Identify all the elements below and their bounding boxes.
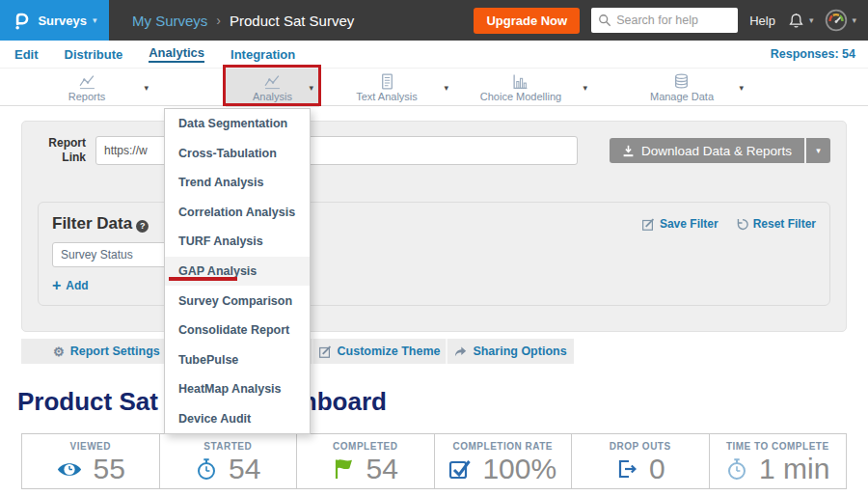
download-split-button: Download Data & Reports ▾	[610, 138, 830, 163]
account-menu[interactable]: ▾	[825, 9, 856, 32]
menu-item-survey-comparison[interactable]: Survey Comparison	[165, 286, 310, 316]
topbar-actions: Upgrade Now Help ▾ ▾	[474, 8, 868, 34]
stat-started: STARTED 54	[160, 434, 298, 488]
breadcrumb-separator: ›	[216, 13, 221, 28]
download-options-button[interactable]: ▾	[806, 138, 830, 163]
breadcrumb-current-survey: Product Sat Survey	[230, 13, 354, 29]
menu-item-gap-analysis[interactable]: GAP Analysis	[165, 257, 310, 287]
share-icon	[454, 345, 467, 358]
stat-completed: COMPLETED 54	[297, 434, 435, 488]
report-link-label: Report Link	[38, 136, 86, 165]
page-title: Product Sat Survey Dashboard	[17, 387, 868, 417]
timer-icon	[725, 457, 748, 481]
download-data-reports-button[interactable]: Download Data & Reports	[610, 138, 804, 163]
chevron-down-icon: ▾	[809, 16, 814, 25]
menu-item-heatmap-analysis[interactable]: HeatMap Analysis	[165, 374, 310, 404]
brand-surveys-menu[interactable]: Surveys ▾	[0, 0, 109, 41]
tab-sharing-options[interactable]: Sharing Options	[448, 339, 574, 364]
help-link[interactable]: Help	[749, 14, 775, 28]
stopwatch-icon	[195, 457, 218, 481]
flag-icon	[333, 457, 356, 481]
tab-customize-theme[interactable]: Customize Theme	[313, 339, 448, 364]
edit-icon	[319, 345, 332, 358]
stat-drop-outs: DROP OUTS 0	[572, 434, 710, 488]
avatar	[825, 9, 848, 32]
menu-item-device-audit[interactable]: Device Audit	[165, 403, 310, 433]
questionpro-logo-icon	[12, 11, 32, 31]
eye-icon	[56, 460, 83, 479]
edit-icon	[642, 218, 655, 231]
survey-nav: Edit Distribute Analytics Integration Re…	[0, 41, 868, 68]
analysis-dropdown-menu: Data Segmentation Cross-Tabulation Trend…	[164, 108, 311, 434]
plus-icon: +	[52, 278, 61, 293]
document-icon	[379, 73, 395, 90]
toolbar-item-manage-data[interactable]: Manage Data ▾	[614, 69, 749, 107]
menu-item-data-segmentation[interactable]: Data Segmentation	[165, 109, 310, 139]
main-content: Report Link Download Data & Reports ▾ Fi…	[0, 106, 868, 489]
top-header: Surveys ▾ My Surveys › Product Sat Surve…	[0, 0, 868, 41]
stat-time-to-complete: TIME TO COMPLETE 1 min	[710, 434, 848, 488]
filter-data-panel: Filter Data ? Save Filter Reset Filter S…	[38, 202, 830, 306]
help-search-input[interactable]	[591, 8, 738, 33]
checkbox-icon	[448, 457, 472, 481]
menu-item-trend-analysis[interactable]: Trend Analysis	[165, 168, 310, 198]
chevron-down-icon: ▾	[93, 16, 97, 25]
menu-item-turf-analysis[interactable]: TURF Analysis	[165, 227, 310, 257]
chevron-down-icon: ▾	[739, 83, 744, 93]
filter-data-title: Filter Data	[52, 214, 132, 234]
nav-analytics[interactable]: Analytics	[149, 45, 204, 63]
stats-bar: VIEWED 55 STARTED 54 COMPLETED 54 COMPLE…	[21, 433, 847, 489]
line-chart-icon	[264, 73, 281, 90]
save-filter-link[interactable]: Save Filter	[642, 217, 719, 231]
menu-item-cross-tabulation[interactable]: Cross-Tabulation	[165, 139, 310, 169]
notifications-button[interactable]: ▾	[787, 12, 814, 30]
reset-filter-link[interactable]: Reset Filter	[736, 217, 816, 231]
bar-chart-icon	[512, 73, 529, 90]
breadcrumb: My Surveys › Product Sat Survey	[132, 13, 354, 29]
analytics-toolbar: Reports ▾ Analysis ▾ Text Analysis ▾ Cho…	[0, 68, 868, 106]
bell-icon	[787, 12, 805, 30]
toolbar-item-choice-modelling[interactable]: Choice Modelling ▾	[448, 69, 593, 107]
stat-viewed: VIEWED 55	[21, 434, 160, 488]
toolbar-item-analysis[interactable]: Analysis ▾	[226, 69, 319, 107]
nav-distribute[interactable]: Distribute	[65, 47, 123, 62]
database-icon	[673, 73, 690, 90]
chevron-down-icon: ▾	[583, 83, 587, 93]
toolbar-item-reports[interactable]: Reports ▾	[19, 69, 154, 107]
nav-edit[interactable]: Edit	[14, 47, 39, 62]
menu-item-consolidate-report[interactable]: Consolidate Report	[165, 316, 310, 345]
brand-product-label: Surveys	[38, 14, 87, 28]
chevron-down-icon: ▾	[309, 83, 313, 93]
help-circle-icon[interactable]: ?	[136, 220, 149, 233]
menu-item-correlation-analysis[interactable]: Correlation Analysis	[165, 198, 310, 228]
upgrade-now-button[interactable]: Upgrade Now	[474, 8, 580, 34]
report-panel: Report Link Download Data & Reports ▾ Fi…	[21, 121, 847, 332]
toolbar-item-text-analysis[interactable]: Text Analysis ▾	[319, 69, 454, 107]
responses-count[interactable]: Responses: 54	[771, 47, 855, 61]
breadcrumb-my-surveys[interactable]: My Surveys	[132, 13, 207, 29]
nav-integration[interactable]: Integration	[231, 47, 295, 62]
menu-item-tubepulse[interactable]: TubePulse	[165, 344, 310, 374]
search-icon	[598, 14, 611, 27]
reset-icon	[736, 218, 748, 231]
chevron-down-icon: ▾	[852, 16, 856, 25]
exit-icon	[615, 457, 638, 481]
line-chart-icon	[79, 73, 95, 90]
download-icon	[622, 145, 635, 157]
stat-completion-rate: COMPLETION RATE 100%	[435, 434, 573, 488]
help-search	[591, 8, 738, 33]
gears-icon: ⚙	[53, 345, 65, 358]
chevron-down-icon: ▾	[144, 83, 149, 93]
